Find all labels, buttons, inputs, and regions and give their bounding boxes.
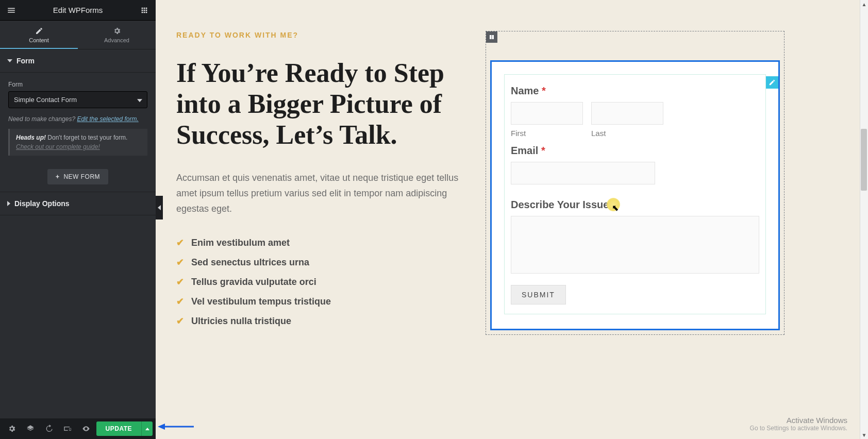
eyebrow-text: READY TO WORK WITH ME?	[176, 31, 465, 39]
settings-button[interactable]	[3, 418, 21, 439]
panel-tabs: Content Advanced	[0, 21, 156, 49]
gear-icon	[113, 27, 121, 35]
form-field-label: Form	[8, 81, 147, 88]
required-mark: *	[542, 85, 546, 96]
update-button[interactable]: UPDATE	[96, 421, 141, 436]
navigator-button[interactable]	[22, 418, 39, 439]
note-bold: Heads up!	[16, 134, 46, 141]
form-widget-section[interactable]: Name * First Last Email *	[486, 31, 784, 335]
new-form-label: NEW FORM	[63, 173, 100, 180]
history-button[interactable]	[40, 418, 58, 439]
section-form-label: Form	[16, 57, 35, 65]
responsive-button[interactable]	[59, 418, 76, 439]
name-row: First Last	[511, 102, 759, 138]
tab-content[interactable]: Content	[0, 21, 78, 49]
scroll-up-button[interactable]: ▲	[860, 0, 868, 8]
first-sublabel: First	[511, 129, 583, 138]
required-mark: *	[541, 145, 545, 156]
issue-label: Describe Your Issue *	[511, 199, 759, 211]
preview-button[interactable]	[77, 418, 95, 439]
page-columns: READY TO WORK WITH ME? If You’re Ready t…	[176, 31, 847, 335]
panel-footer: UPDATE	[0, 418, 156, 439]
new-form-button[interactable]: + NEW FORM	[47, 169, 108, 184]
watermark-title: Activate Windows	[750, 416, 847, 425]
form-select-wrap: Simple Contact Form	[8, 91, 147, 108]
email-input[interactable]	[511, 162, 655, 184]
feature-text: Enim vestibulum amet	[191, 238, 290, 248]
section-form-toggle[interactable]: Form	[0, 49, 156, 73]
update-more-button[interactable]	[141, 421, 153, 436]
content-column: READY TO WORK WITH ME? If You’re Ready t…	[176, 31, 465, 335]
pencil-icon	[769, 79, 776, 86]
last-name-group: Last	[591, 102, 663, 138]
name-label: Name *	[511, 85, 759, 97]
editor-canvas[interactable]: READY TO WORK WITH ME? If You’re Ready t…	[156, 0, 868, 439]
section-display-label: Display Options	[14, 199, 70, 208]
widgets-button[interactable]	[133, 0, 156, 21]
issue-label-text: Describe Your Issue	[511, 199, 612, 210]
first-name-input[interactable]	[511, 102, 583, 125]
layers-icon	[26, 425, 35, 433]
gear-icon	[8, 425, 16, 433]
last-name-input[interactable]	[591, 102, 663, 125]
feature-item: ✔Vel vestibulum tempus tristique	[176, 296, 465, 307]
feature-text: Tellus gravida vulputate orci	[191, 277, 316, 288]
devices-icon	[63, 425, 72, 433]
headline: If You’re Ready to Step into a Bigger Pi…	[176, 58, 465, 150]
required-mark: *	[612, 199, 616, 210]
tab-content-label: Content	[29, 37, 49, 43]
feature-text: Vel vestibulum tempus tristique	[191, 296, 331, 307]
scroll-down-button[interactable]: ▼	[860, 431, 868, 439]
section-form-body: Form Simple Contact Form Need to make ch…	[0, 73, 156, 192]
tab-advanced[interactable]: Advanced	[78, 21, 156, 49]
selected-widget[interactable]: Name * First Last Email *	[490, 60, 780, 330]
feature-item: ✔Sed senectus ultrices urna	[176, 257, 465, 268]
eye-icon	[82, 425, 90, 433]
feature-item: ✔Tellus gravida vulputate orci	[176, 276, 465, 288]
intro-paragraph: Accumsan et quis venenatis amet, vitae u…	[176, 171, 465, 216]
collapse-panel-handle[interactable]	[156, 196, 163, 220]
editor-panel: Edit WPForms Content Advanced Form Form …	[0, 0, 156, 439]
hamburger-icon	[7, 6, 16, 15]
panel-title: Edit WPForms	[23, 6, 133, 14]
feature-text: Sed senectus ultrices urna	[191, 257, 309, 268]
grid-icon	[140, 6, 148, 14]
windows-watermark: Activate Windows Go to Settings to activ…	[750, 416, 847, 432]
section-display-toggle[interactable]: Display Options	[0, 192, 156, 215]
tab-advanced-label: Advanced	[104, 37, 129, 43]
history-icon	[45, 425, 53, 433]
last-sublabel: Last	[591, 129, 663, 138]
edit-hint: Need to make changes? Edit the selected …	[8, 115, 147, 123]
panel-header: Edit WPForms	[0, 0, 156, 21]
pencil-icon	[35, 27, 43, 35]
issue-textarea[interactable]	[511, 216, 759, 274]
check-icon: ✔	[176, 257, 184, 268]
feature-item: ✔Enim vestibulum amet	[176, 237, 465, 248]
note-guide-link[interactable]: Check out our complete guide!	[16, 143, 100, 150]
name-label-text: Name	[511, 85, 542, 96]
update-group: UPDATE	[96, 421, 153, 436]
plus-icon: +	[56, 173, 60, 180]
menu-button[interactable]	[0, 0, 23, 21]
page-scrollbar[interactable]: ▲ ▼	[860, 0, 868, 439]
email-label: Email *	[511, 145, 759, 157]
caret-right-icon	[7, 201, 10, 206]
email-label-text: Email	[511, 145, 541, 156]
first-name-group: First	[511, 102, 583, 138]
scroll-thumb[interactable]	[861, 129, 867, 191]
submit-button[interactable]: SUBMIT	[511, 285, 566, 305]
edit-hint-prefix: Need to make changes?	[8, 115, 77, 123]
caret-down-icon	[7, 59, 12, 62]
watermark-sub: Go to Settings to activate Windows.	[750, 425, 847, 432]
feature-list: ✔Enim vestibulum amet ✔Sed senectus ultr…	[176, 237, 465, 327]
feature-item: ✔Ultricies nulla tristique	[176, 315, 465, 327]
form-inner: Name * First Last Email *	[504, 74, 766, 314]
check-icon: ✔	[176, 296, 184, 307]
section-handle[interactable]	[486, 31, 497, 43]
check-icon: ✔	[176, 276, 184, 288]
note-text: Don't forget to test your form.	[46, 134, 127, 141]
columns-icon	[489, 34, 495, 40]
edit-widget-button[interactable]	[766, 76, 778, 89]
form-select[interactable]: Simple Contact Form	[8, 91, 147, 108]
edit-form-link[interactable]: Edit the selected form.	[77, 115, 138, 123]
